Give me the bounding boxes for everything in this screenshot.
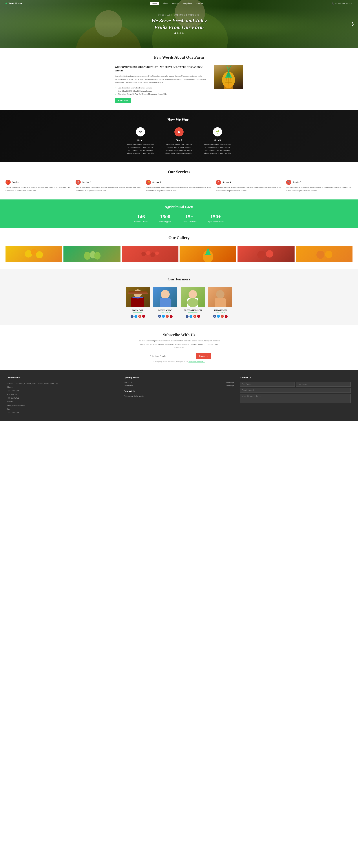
how-we-work-section: How We Work ⚙ Step 1 Pretium elementum. … (0, 110, 358, 162)
farmer-4-facebook-icon[interactable]: f (213, 315, 216, 318)
footer-lastname-input[interactable] (296, 382, 351, 386)
step-1-icon: ⚙ (136, 127, 145, 136)
farmer-3-pinterest-icon[interactable]: p (197, 315, 200, 318)
pineapple-svg (214, 65, 243, 89)
gallery-img-4[interactable] (180, 246, 237, 262)
farmer-3-google-icon[interactable]: g (193, 315, 196, 318)
service-5-header: 🔧 Service 5 (286, 180, 353, 185)
farmer-4-pinterest-icon[interactable]: p (225, 315, 228, 318)
step-2-desc: Pretium elementum. Duis bibendum convall… (165, 143, 193, 155)
hero-dot-4[interactable] (182, 32, 184, 34)
farmer-1-google-icon[interactable]: g (138, 315, 141, 318)
service-3-header: 🌾 Service 3 (146, 180, 212, 185)
farmer-1-facebook-icon[interactable]: f (131, 315, 134, 318)
about-text: WELCOME TO OUR ORGANIC FRUIT – WE SERVE … (115, 65, 208, 103)
step-1-desc: Pretium elementum. Duis bibendum convall… (127, 143, 154, 155)
hero-dots (151, 32, 206, 34)
service-1-name: Service 1 (12, 181, 21, 184)
gallery-img-5[interactable] (238, 246, 294, 262)
farmer-card-4: THOMPSON Fruit Farmer f t g p (208, 287, 232, 318)
service-4-name: Service 4 (222, 181, 231, 184)
farmer-2-social: f t g p (153, 315, 177, 318)
step-1: ⚙ Step 1 Pretium elementum. Duis bibendu… (127, 127, 154, 155)
phone-icon: 📞 (332, 2, 334, 5)
gallery-title: Our Gallery (5, 235, 353, 240)
svg-point-1 (95, 10, 122, 37)
footer-contact-col: Contact Us (240, 376, 351, 415)
service-3-desc: Pretium elementum. Bibendum et convallis… (146, 186, 212, 192)
stat-4-label: Agriculture Farmers (208, 220, 224, 222)
subscribe-form: Subscribe (147, 353, 211, 359)
gallery-img-1[interactable] (5, 246, 62, 262)
farmer-img-thompson (208, 287, 232, 307)
nav-dropdown[interactable]: Dropdown (183, 2, 192, 5)
svg-point-24 (150, 252, 155, 257)
nav-services[interactable]: Services (172, 2, 180, 5)
service-card-5: 🔧 Service 5 Pretium elementum. Bibendum … (286, 180, 353, 192)
footer-message-input[interactable] (240, 394, 351, 403)
step-3-desc: Pretium elementum. Duis bibendum convall… (204, 143, 231, 155)
farmer-2-pinterest-icon[interactable]: p (170, 315, 172, 318)
steps-container: ⚙ Step 1 Pretium elementum. Duis bibendu… (11, 127, 347, 155)
subscribe-email-input[interactable] (147, 353, 196, 359)
farmer-melisa-illustration (153, 287, 177, 307)
farmer-4-google-icon[interactable]: g (221, 315, 224, 318)
farmer-2-twitter-icon[interactable]: t (162, 315, 165, 318)
service-card-2: 🍴 Service 2 Pretium elementum. Bibendum … (76, 180, 142, 192)
svg-point-25 (155, 251, 159, 255)
hero-dot-2[interactable] (177, 32, 178, 34)
gallery-row (5, 246, 353, 262)
service-card-1: 🍎 Service 1 Pretium elementum. Bibendum … (5, 180, 72, 192)
farmer-3-twitter-icon[interactable]: t (189, 315, 192, 318)
service-5-icon: 🔧 (286, 180, 291, 185)
farmer-4-name: THOMPSON (208, 309, 232, 312)
footer-hours-col: Opening Hours Mon To Fri 10am to 4pm Sat… (123, 376, 235, 415)
farmer-2-google-icon[interactable]: g (166, 315, 169, 318)
hero-dot-1[interactable] (174, 32, 176, 34)
nav-about[interactable]: About (163, 2, 168, 5)
farmer-2-facebook-icon[interactable]: f (158, 315, 161, 318)
service-1-header: 🍎 Service 1 (5, 180, 72, 185)
farmer-1-role: Fruit Farmer (126, 312, 150, 314)
farmer-img-alex (181, 287, 205, 307)
farmer-1-pinterest-icon[interactable]: p (142, 315, 145, 318)
svg-point-30 (325, 251, 332, 258)
footer-address-col: Address Info Address : 1239 Bintik, Char… (7, 376, 118, 415)
farmer-john-illustration (126, 287, 150, 307)
gallery-img-2[interactable] (63, 246, 120, 262)
logo-dot (5, 3, 7, 4)
gallery-lemons (5, 246, 62, 262)
hero-section: Fresh Agriculture Products We Serve Fres… (0, 0, 358, 48)
farmer-3-facebook-icon[interactable]: f (186, 315, 189, 318)
footer-firstname-input[interactable] (240, 382, 295, 386)
footer-email-input[interactable] (240, 388, 351, 393)
nav-contact[interactable]: Contact (196, 2, 203, 5)
about-list-item-2: Cras Blandit Nibh Blandit Pretium Ipsum. (115, 90, 208, 92)
gallery-berries (121, 246, 178, 262)
subscribe-button[interactable]: Subscribe (196, 353, 211, 359)
gallery-section: Our Gallery (0, 228, 358, 270)
footer-phone2: Cell with Sol : +23 534954344 (7, 393, 118, 400)
farmer-4-social: f t g p (208, 315, 232, 318)
nav-home[interactable]: Home (150, 2, 159, 5)
farmer-alex-illustration (181, 287, 205, 307)
hero-next-arrow[interactable]: ❯ (351, 22, 354, 26)
farmer-4-twitter-icon[interactable]: t (217, 315, 220, 318)
service-card-3: 🌾 Service 3 Pretium elementum. Bibendum … (146, 180, 212, 192)
svg-point-28 (266, 250, 273, 257)
gallery-img-3[interactable] (121, 246, 178, 262)
site-logo[interactable]: Fruit Farm (5, 2, 22, 5)
gallery-img-6[interactable] (296, 246, 353, 262)
gallery-pineapple (180, 246, 237, 262)
navigation: Fruit Farm Home About Services Dropdown … (0, 0, 358, 7)
farmer-2-name: MELISA DOE (153, 309, 177, 312)
subscribe-terms-link[interactable]: Terms And Conditions... (189, 361, 205, 363)
about-image-inner (214, 65, 243, 89)
footer-hours-time-2: 12am to 4pm (225, 385, 235, 386)
read-more-button[interactable]: Read More (115, 98, 131, 103)
farmer-1-twitter-icon[interactable]: t (134, 315, 137, 318)
farmer-card-3: ALEX ATKINSON Fruit Farmer f t g p (181, 287, 205, 318)
footer-connect-title: Connect Us (123, 390, 235, 393)
hero-dot-3[interactable] (180, 32, 181, 34)
stats-title: Agricultural Facts (11, 205, 347, 209)
